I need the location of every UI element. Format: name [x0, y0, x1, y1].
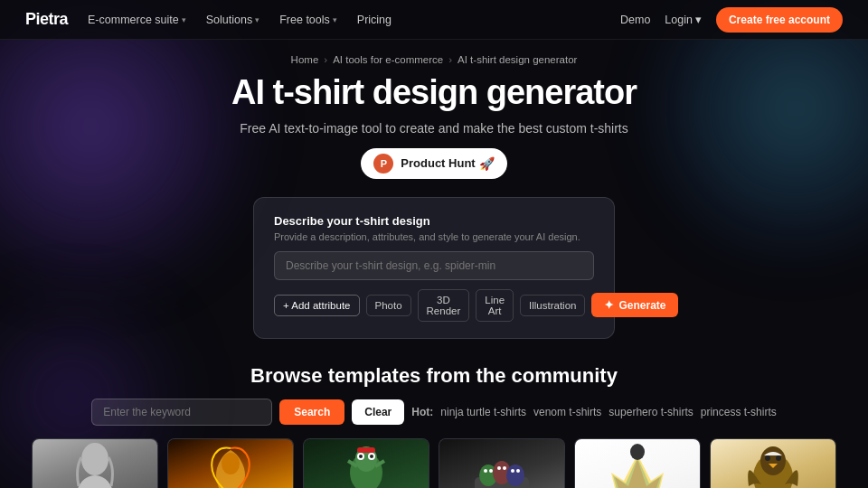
style-illustration-button[interactable]: Illustration	[520, 295, 585, 316]
card-figure-tmnt	[304, 439, 429, 488]
logo[interactable]: Pietra	[25, 10, 68, 29]
svg-point-15	[489, 469, 493, 473]
card-figure-phoenix	[168, 439, 293, 488]
demo-button[interactable]: Demo	[620, 14, 650, 26]
breadcrumb-ai-tools[interactable]: AI tools for e-commerce	[333, 54, 443, 65]
chevron-down-icon: ▾	[695, 13, 702, 26]
main-content: Home › AI tools for e-commerce › AI t-sh…	[0, 40, 868, 488]
template-card: Leonardo from Teenage Mutant Ninja Turtl…	[303, 438, 429, 488]
svg-point-22	[760, 446, 786, 475]
keyword-search-input[interactable]	[91, 399, 272, 426]
template-card: ninja turtle, Silhouettes of the turtles…	[574, 438, 701, 488]
nav-right: Demo Login ▾ Create free account	[620, 7, 843, 33]
navbar: Pietra E-commerce suite ▾ Solutions ▾ Fr…	[0, 0, 868, 40]
style-3d-render-button[interactable]: 3D Render	[418, 289, 470, 322]
design-box-title: Describe your t-shirt design	[274, 214, 594, 228]
template-card: A eagle wearing a Mexican flag bandana S…	[710, 438, 836, 488]
chevron-down-icon: ▾	[182, 15, 186, 24]
card-image	[711, 439, 835, 488]
nav-pricing[interactable]: Pricing	[357, 14, 392, 26]
nav-free-tools[interactable]: Free tools ▾	[279, 14, 337, 26]
clear-button[interactable]: Clear	[352, 399, 404, 425]
svg-point-2	[222, 453, 240, 474]
design-input[interactable]	[274, 251, 594, 280]
nav-left: Pietra E-commerce suite ▾ Solutions ▾ Fr…	[25, 10, 392, 29]
breadcrumb-sep-1: ›	[324, 54, 327, 65]
template-card: pencil drawing of a beautiful young prin…	[32, 438, 158, 488]
generate-icon: ✦	[604, 298, 614, 312]
breadcrumb-sep-2: ›	[448, 54, 452, 65]
card-image	[304, 439, 429, 488]
generate-button[interactable]: ✦ Generate	[591, 293, 678, 317]
community-title: Browse templates from the community	[27, 364, 841, 388]
card-figure-colorful	[575, 439, 700, 488]
rocket-icon: 🚀	[479, 156, 495, 171]
product-hunt-label: Product Hunt	[401, 156, 475, 170]
svg-point-20	[630, 444, 645, 460]
svg-point-0	[81, 443, 108, 475]
svg-point-18	[511, 469, 514, 473]
hot-tag-superhero[interactable]: superhero t-shirts	[609, 406, 693, 418]
hot-tag-venom[interactable]: venom t-shirts	[533, 406, 601, 418]
search-button[interactable]: Search	[279, 399, 344, 425]
svg-rect-9	[357, 447, 375, 453]
svg-point-1	[77, 475, 113, 488]
card-image	[168, 439, 293, 488]
card-image	[439, 439, 564, 488]
svg-point-8	[370, 455, 373, 458]
chevron-down-icon: ▾	[255, 15, 259, 24]
breadcrumb-home[interactable]: Home	[291, 54, 319, 65]
product-hunt-badge[interactable]: P Product Hunt 🚀	[361, 148, 506, 179]
template-card: digital art, superhero art, disney-pixar…	[167, 438, 294, 488]
card-image	[575, 439, 700, 488]
chevron-down-icon: ▾	[333, 15, 337, 24]
hot-tag-princess[interactable]: princess t-shirts	[701, 406, 777, 418]
product-hunt-icon: P	[373, 154, 393, 174]
page-title: AI t-shirt design generator	[231, 74, 637, 112]
nav-solutions[interactable]: Solutions ▾	[206, 14, 259, 26]
hero-subtitle: Free AI text-to-image tool to create and…	[240, 121, 628, 136]
community-section: Browse templates from the community Sear…	[0, 364, 868, 488]
create-account-button[interactable]: Create free account	[716, 7, 843, 33]
template-cards-row: pencil drawing of a beautiful young prin…	[27, 438, 841, 488]
card-figure-girl	[33, 439, 157, 488]
product-hunt-label-group: Product Hunt 🚀	[401, 156, 494, 171]
svg-point-13	[506, 465, 524, 486]
design-box-subtitle: Provide a description, attributes, and s…	[274, 231, 594, 242]
card-image	[33, 439, 157, 488]
svg-point-7	[359, 455, 363, 458]
breadcrumb-current: AI t-shirt design generator	[458, 54, 577, 65]
svg-point-16	[497, 466, 501, 470]
add-attribute-button[interactable]: + Add attribute	[274, 295, 360, 316]
design-box: Describe your t-shirt design Provide a d…	[253, 197, 615, 339]
card-figure-eagle	[711, 439, 835, 488]
login-button[interactable]: Login ▾	[665, 13, 702, 26]
svg-point-19	[516, 469, 520, 473]
svg-point-24	[776, 455, 781, 461]
breadcrumb: Home › AI tools for e-commerce › AI t-sh…	[291, 54, 578, 65]
svg-point-14	[484, 469, 487, 473]
search-row: Search Clear Hot: ninja turtle t-shirts …	[27, 399, 841, 426]
style-photo-button[interactable]: Photo	[366, 295, 411, 316]
design-controls: + Add attribute Photo 3D Render Line Art…	[274, 289, 594, 322]
svg-point-23	[765, 455, 770, 461]
hot-tag-ninja-turtle[interactable]: ninja turtle t-shirts	[440, 406, 526, 418]
hot-label: Hot:	[411, 406, 433, 418]
nav-ecommerce[interactable]: E-commerce suite ▾	[88, 14, 186, 26]
svg-point-17	[503, 466, 506, 470]
card-figure-turtles-group	[439, 439, 564, 488]
template-card: ninja turtle, Ninja Turtles peeking out …	[439, 438, 565, 488]
style-line-art-button[interactable]: Line Art	[476, 289, 514, 322]
